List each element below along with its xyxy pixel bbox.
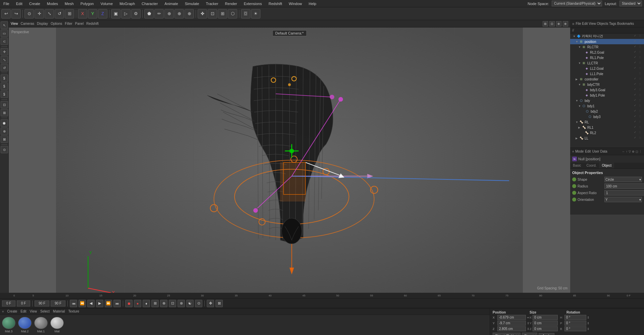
tab-view[interactable]: View (11, 22, 18, 25)
orientation-dropdown[interactable]: Y ▾ (604, 197, 642, 202)
undo-button[interactable]: ↩ (1, 9, 11, 18)
viewport-icon-1[interactable]: ⊞ (543, 21, 548, 26)
tree-item-rl1pole[interactable]: ▶ ◈ RL1.Pole ✓ ⋮ (570, 55, 644, 60)
props-icon-5[interactable]: ◻ (636, 150, 638, 153)
object-mode-button[interactable]: ⬟ (144, 9, 154, 18)
tab-options[interactable]: Options (51, 22, 62, 25)
tree-item-rl2[interactable]: ▶ 🦴 RL2 ✓ ⋮ (570, 130, 644, 135)
mat-tab-texture[interactable]: Texture (68, 310, 79, 313)
timeline-mode-btn1[interactable]: ⊞ (151, 300, 159, 307)
grid-button[interactable]: ⊞ (218, 9, 227, 18)
mat-tab-create[interactable]: Create (7, 310, 17, 313)
tree-arrow-bdy[interactable]: ▼ (576, 99, 579, 102)
tree-item-bdy1[interactable]: ▼ ⬡ bdy1 ✓ ⋮ (570, 103, 644, 109)
select-tool[interactable]: ↖ (1, 21, 8, 29)
y-pos-input[interactable] (497, 321, 526, 326)
tree-item-ll2goal[interactable]: ▶ ◈ LL2.Goal ✓ ⋮ (570, 66, 644, 71)
start-frame-input[interactable] (17, 300, 30, 306)
rotate-button[interactable]: ↺ (55, 9, 64, 18)
menu-simulate[interactable]: Simulate (184, 2, 201, 6)
tree-item-rl1[interactable]: ▶ 🦴 RL1 ✓ ⋮ (570, 125, 644, 130)
x-axis-button[interactable]: X (78, 9, 87, 18)
polygon-pen[interactable]: ⬟ (1, 119, 8, 127)
snap-button[interactable]: ✤ (198, 9, 207, 18)
mat-hamburger[interactable]: ≡ (2, 310, 4, 313)
menu-character[interactable]: Character (140, 2, 159, 6)
floor-button[interactable]: ☲ (241, 9, 250, 18)
motion-button[interactable]: ⊕ (185, 9, 194, 18)
sculpt-button[interactable]: ⊕ (164, 9, 174, 18)
mat-tab-select[interactable]: Select (40, 310, 50, 313)
tree-arrow-bdyctr[interactable]: ▼ (578, 83, 582, 86)
b-rot-input[interactable] (564, 326, 586, 331)
tree-item-bdy2[interactable]: ▶ ⬡ bdy2 ✓ ⋮ (570, 109, 644, 114)
timeline-mode-btn6[interactable]: ⊙ (195, 300, 202, 307)
guide-button[interactable]: ⊡ (208, 9, 217, 18)
z-pos-input[interactable] (497, 326, 526, 331)
hair-button[interactable]: ⊕ (175, 9, 184, 18)
shape-dropdown[interactable]: Circle ▾ (604, 177, 642, 182)
scale-tool[interactable]: ⤡ (1, 56, 8, 63)
fps-input[interactable] (51, 300, 65, 306)
auto-key-button[interactable]: ● (134, 300, 141, 307)
h-rot-input[interactable] (564, 315, 586, 320)
rect-select[interactable]: ▭ (1, 30, 8, 37)
render-view-button[interactable]: ▷ (121, 9, 131, 18)
tree-item-ll1pole[interactable]: ▶ ◈ LL1.Pole ⋮ (570, 71, 644, 76)
menu-polygon[interactable]: Polygon (79, 2, 95, 6)
skip-to-start-button[interactable]: ⏮ (70, 300, 77, 307)
viewport-icon-2[interactable]: ⊡ (549, 21, 555, 26)
material-item-mat2[interactable]: Mat.2 (18, 317, 32, 333)
lasso-select[interactable]: ⊂ (1, 38, 8, 45)
menu-tracker[interactable]: Tracker (204, 2, 219, 6)
menu-redshift[interactable]: Redshift (267, 2, 283, 6)
tree-item-llctr[interactable]: ▼ ⊞ LLCTR ✓ ⋮ (570, 60, 644, 66)
play-button[interactable]: ▶ (96, 300, 103, 307)
tab-cameras[interactable]: Cameras (21, 22, 35, 25)
prev-key-button[interactable]: ⏪ (79, 300, 86, 307)
props-icon-2[interactable]: ↑ (626, 150, 628, 153)
end-frame-input[interactable] (35, 300, 49, 306)
props-hamburger-icon[interactable]: ≡ (572, 150, 574, 153)
live-select-button[interactable]: ⊙ (24, 9, 34, 18)
skip-to-end-button[interactable]: ⏭ (113, 300, 121, 307)
props-tab-object[interactable]: Object (599, 163, 614, 168)
key-button[interactable]: ♦ (143, 300, 150, 307)
user-data-tab[interactable]: User Data (592, 150, 607, 153)
tree-item-rl2goal[interactable]: ▶ ◈ RL2.Goal ✓ ⋮ (570, 50, 644, 55)
timeline-mode-btn3[interactable]: ⊡ (169, 300, 176, 307)
menu-modes[interactable]: Modes (46, 2, 59, 6)
mode-tab[interactable]: Mode (575, 150, 584, 153)
menu-render[interactable]: Render (224, 2, 238, 6)
tree-item-rlctr[interactable]: ▼ ⊞ RLCTR ✓ ⋮ (570, 44, 644, 50)
camera-tool[interactable]: ⊡ (1, 101, 8, 108)
tree-item-bdy3[interactable]: ▶ ⬡ bdy3 ✓ ⋮ (570, 114, 644, 119)
node-space-select[interactable]: Current (Standard/Physical) (552, 1, 602, 6)
bridge-tool[interactable]: ⊠ (1, 135, 8, 143)
menu-mesh[interactable]: Mesh (63, 2, 75, 6)
knife-tool[interactable]: $ (1, 91, 8, 98)
x-size-input[interactable] (533, 315, 558, 320)
spline-tool[interactable]: $ (1, 82, 8, 90)
tree-item-bdy1pole[interactable]: ▶ ◈ bdy1.Pole ✓ ⋮ (570, 93, 644, 98)
loop-tool[interactable]: ⊕ (1, 127, 8, 135)
render-region-button[interactable]: ▣ (111, 9, 120, 18)
tree-item-ll[interactable]: ▶ 🦴 LL ✓ ⋮ (570, 135, 644, 141)
menu-volume[interactable]: Volume (99, 2, 114, 6)
viewport-canvas[interactable]: Perspective Default Camera:* (9, 27, 570, 293)
props-icon-6[interactable]: ⋮ (639, 150, 642, 153)
props-icon-3[interactable]: ▽ (629, 150, 631, 153)
tree-arrow-position[interactable]: ▼ (576, 40, 579, 43)
tab-filter[interactable]: Filter (65, 22, 72, 25)
tree-arrow-llctr[interactable]: ▼ (578, 62, 582, 65)
transform-button[interactable]: ⊞ (65, 9, 74, 18)
redo-button[interactable]: ↪ (11, 9, 21, 18)
tree-arrow-controller[interactable]: ▶ (576, 78, 579, 81)
tree-arrow-root[interactable]: ▼ (573, 35, 576, 38)
props-icon-4[interactable]: ⊕ (632, 150, 635, 153)
mat-tab-material[interactable]: Material (53, 310, 65, 313)
magnet-tool[interactable]: $ (1, 74, 8, 82)
tree-item-root[interactable]: ▼ 🔷 카릭터 마니건 ✓ ⋮ (570, 34, 644, 39)
menu-file[interactable]: File (2, 2, 11, 6)
menu-help[interactable]: Help (307, 2, 318, 6)
